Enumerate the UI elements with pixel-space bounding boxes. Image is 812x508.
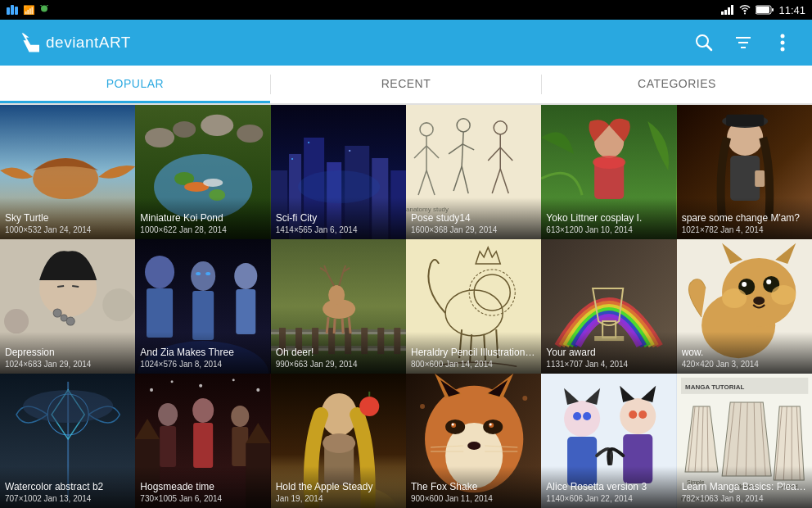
svg-point-86	[102, 288, 135, 321]
svg-rect-10	[731, 5, 733, 15]
grid-item-meta-4: 1600×368 Jan 29, 2014	[411, 225, 536, 234]
svg-point-155	[232, 406, 250, 427]
grid-item-7[interactable]: Depression 1024×683 Jan 29, 2014	[0, 239, 135, 374]
svg-point-88	[191, 261, 215, 291]
grid-item-title-2: Miniature Koi Pond	[140, 212, 265, 225]
grid-item-14[interactable]: Hogsmeade time 730×1005 Jan 6, 2014	[135, 374, 270, 508]
svg-line-119	[334, 319, 335, 333]
grid-item-title-5: Yoko Littner cosplay I.	[546, 212, 671, 225]
grid-item-4[interactable]: anatomy study Pose study14 1600×368 Jan …	[406, 105, 541, 239]
grid-item-2[interactable]: Miniature Koi Pond 1000×622 Jan 28, 2014	[135, 105, 270, 239]
signal-icon	[721, 5, 734, 15]
svg-line-118	[327, 317, 328, 333]
svg-rect-45	[308, 142, 309, 143]
grid-item-title-9: Oh deer!	[276, 347, 401, 360]
tab-recent[interactable]: RECENT	[271, 66, 541, 103]
grid-item-16[interactable]: The Fox Shake 900×600 Jan 11, 2014	[406, 374, 541, 508]
grid-item-title-8: And Zia Makes Three	[140, 347, 265, 360]
grid-item-13[interactable]: Watercolor abstract b2 707×1002 Jan 13, …	[0, 374, 135, 508]
app-notification-icon	[7, 5, 20, 15]
grid-item-overlay-15: Hold the Apple Steady Jan 19, 2014	[271, 466, 406, 508]
wifi-icon	[739, 5, 751, 15]
svg-point-142	[753, 297, 765, 305]
svg-rect-9	[728, 7, 730, 15]
svg-line-120	[342, 319, 343, 333]
svg-point-165	[257, 388, 260, 392]
svg-rect-1	[11, 5, 14, 15]
grid-item-8[interactable]: And Zia Makes Three 1024×576 Jan 8, 2014	[135, 239, 270, 374]
wifi-icon2: 📶	[23, 5, 34, 15]
svg-rect-44	[291, 158, 293, 160]
artwork-grid: Sky Turtle 1000×532 Jan 24, 2014	[0, 105, 812, 508]
grid-item-title-13: Watercolor abstract b2	[5, 481, 130, 494]
tab-bar: POPULAR RECENT CATEGORIES	[0, 66, 812, 105]
grid-item-meta-9: 990×663 Jan 29, 2014	[276, 360, 401, 369]
grid-item-3[interactable]: Sci-fi City 1414×565 Jan 6, 2014	[271, 105, 406, 239]
android-icon	[38, 5, 51, 15]
search-button[interactable]	[688, 26, 720, 59]
grid-item-title-11: Your award	[546, 347, 671, 360]
grid-item-title-12: wow.	[682, 347, 807, 360]
svg-line-6	[47, 5, 48, 6]
svg-rect-93	[147, 288, 173, 338]
grid-item-10[interactable]: Heraldry Pencil Illustration ramotion 80…	[406, 239, 541, 374]
svg-rect-95	[237, 289, 256, 334]
svg-point-181	[489, 423, 492, 425]
svg-point-171	[359, 397, 379, 416]
grid-item-12[interactable]: wow. 420×420 Jan 3, 2014	[677, 239, 812, 374]
grid-item-meta-6: 1021×782 Jan 4, 2014	[682, 225, 807, 234]
grid-item-1[interactable]: Sky Turtle 1000×532 Jan 24, 2014	[0, 105, 135, 239]
grid-item-overlay-9: Oh deer! 990×663 Jan 29, 2014	[271, 332, 406, 374]
svg-point-4	[41, 5, 47, 11]
svg-rect-152	[160, 426, 176, 467]
svg-point-27	[145, 128, 174, 147]
more-button[interactable]	[766, 26, 799, 59]
grid-item-overlay-17: Alice Rosetta version 3 1140×606 Jan 22,…	[541, 466, 676, 508]
svg-point-153	[192, 398, 214, 423]
grid-item-title-18: Learn Manga Basics: Pleated Skirts	[682, 481, 807, 494]
svg-rect-46	[349, 150, 350, 152]
svg-rect-154	[193, 423, 213, 468]
grid-item-overlay-7: Depression 1024×683 Jan 29, 2014	[0, 332, 135, 374]
svg-line-84	[72, 286, 79, 287]
filter-button[interactable]	[727, 26, 760, 59]
grid-item-title-16: The Fox Shake	[411, 481, 536, 494]
grid-item-title-15: Hold the Apple Steady	[276, 481, 401, 494]
grid-item-meta-15: Jan 19, 2014	[276, 494, 401, 503]
grid-item-meta-14: 730×1005 Jan 6, 2014	[140, 494, 265, 503]
svg-point-94	[235, 263, 258, 289]
grid-item-title-1: Sky Turtle	[5, 212, 130, 225]
tab-categories[interactable]: CATEGORIES	[542, 66, 812, 103]
app-logo: deviantART	[13, 33, 688, 52]
svg-point-141	[766, 279, 771, 284]
grid-item-6[interactable]: spare some change M'am? 1021×782 Jan 4, …	[677, 105, 812, 239]
svg-point-23	[781, 48, 785, 52]
svg-point-195	[564, 401, 600, 437]
grid-item-5[interactable]: Yoko Littner cosplay I. 613×1200 Jan 10,…	[541, 105, 676, 239]
tab-popular[interactable]: POPULAR	[0, 66, 270, 103]
grid-item-overlay-13: Watercolor abstract b2 707×1002 Jan 13, …	[0, 466, 135, 508]
svg-point-22	[781, 41, 785, 45]
grid-item-overlay-8: And Zia Makes Three 1024×576 Jan 8, 2014	[135, 332, 270, 374]
svg-point-144	[771, 285, 796, 305]
grid-item-17[interactable]: Alice Rosetta version 3 1140×606 Jan 22,…	[541, 374, 676, 508]
svg-point-11	[744, 13, 746, 15]
svg-line-121	[349, 317, 350, 333]
svg-point-28	[173, 121, 196, 138]
grid-item-meta-12: 420×420 Jan 3, 2014	[682, 360, 807, 369]
grid-item-11[interactable]: Your award 1131×707 Jan 4, 2014	[541, 239, 676, 374]
grid-item-overlay-2: Miniature Koi Pond 1000×622 Jan 28, 2014	[135, 197, 270, 239]
grid-item-15[interactable]: Hold the Apple Steady Jan 19, 2014	[271, 374, 406, 508]
grid-item-meta-1: 1000×532 Jan 24, 2014	[5, 225, 130, 234]
svg-point-170	[323, 433, 355, 453]
grid-item-9[interactable]: Oh deer! 990×663 Jan 29, 2014	[271, 239, 406, 374]
grid-item-overlay-11: Your award 1131×707 Jan 4, 2014	[541, 332, 676, 374]
svg-rect-75	[726, 115, 764, 126]
grid-item-overlay-3: Sci-fi City 1414×565 Jan 6, 2014	[271, 197, 406, 239]
grid-item-18[interactable]: MANGA TUTORIAL	[677, 374, 812, 508]
svg-point-186	[467, 442, 480, 450]
logo-icon	[13, 33, 39, 52]
svg-point-191	[420, 404, 425, 409]
svg-point-164	[232, 379, 235, 381]
svg-point-111	[328, 285, 345, 305]
